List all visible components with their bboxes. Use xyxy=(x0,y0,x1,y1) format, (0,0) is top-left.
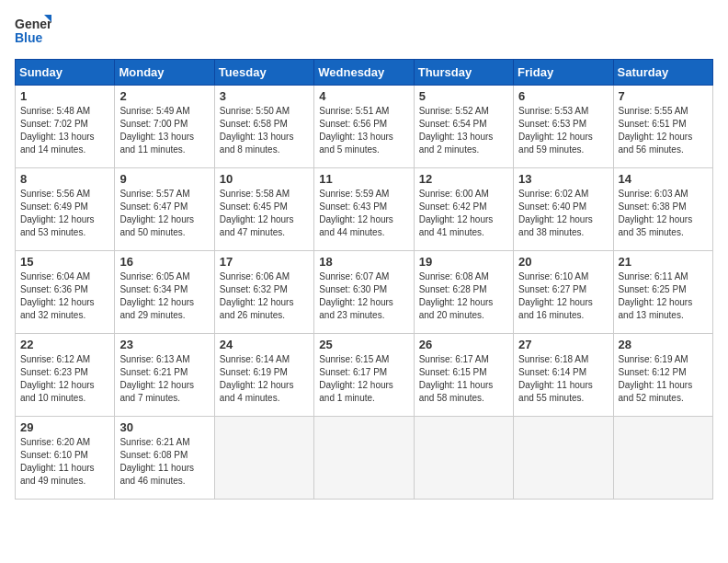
calendar-cell xyxy=(414,417,513,500)
day-number: 22 xyxy=(20,338,109,351)
day-info: Sunrise: 6:06 AM Sunset: 6:32 PM Dayligh… xyxy=(220,270,309,322)
col-header-saturday: Saturday xyxy=(613,60,712,86)
day-info: Sunrise: 5:48 AM Sunset: 7:02 PM Dayligh… xyxy=(20,105,109,156)
day-info: Sunrise: 6:12 AM Sunset: 6:23 PM Dayligh… xyxy=(20,353,109,405)
svg-text:Blue: Blue xyxy=(15,30,43,45)
calendar-cell: 25Sunrise: 6:15 AM Sunset: 6:17 PM Dayli… xyxy=(314,334,414,417)
calendar-cell: 15Sunrise: 6:04 AM Sunset: 6:36 PM Dayli… xyxy=(16,251,115,334)
day-info: Sunrise: 5:56 AM Sunset: 6:49 PM Dayligh… xyxy=(20,188,109,239)
calendar-cell: 24Sunrise: 6:14 AM Sunset: 6:19 PM Dayli… xyxy=(214,334,313,417)
calendar-cell: 20Sunrise: 6:10 AM Sunset: 6:27 PM Dayli… xyxy=(514,251,613,334)
day-number: 15 xyxy=(20,255,109,269)
day-number: 30 xyxy=(119,420,209,434)
day-info: Sunrise: 5:55 AM Sunset: 6:51 PM Dayligh… xyxy=(619,105,708,156)
logo: General Blue xyxy=(15,15,51,48)
day-number: 16 xyxy=(119,255,209,269)
day-info: Sunrise: 6:10 AM Sunset: 6:27 PM Dayligh… xyxy=(518,270,608,322)
calendar-cell: 9Sunrise: 5:57 AM Sunset: 6:47 PM Daylig… xyxy=(115,168,214,251)
calendar-cell xyxy=(214,417,313,500)
calendar-cell: 6Sunrise: 5:53 AM Sunset: 6:53 PM Daylig… xyxy=(514,86,613,168)
day-number: 2 xyxy=(119,89,209,103)
calendar-week-5: 29Sunrise: 6:20 AM Sunset: 6:10 PM Dayli… xyxy=(16,417,713,500)
col-header-wednesday: Wednesday xyxy=(314,60,414,86)
day-number: 9 xyxy=(119,172,209,186)
calendar-cell: 30Sunrise: 6:21 AM Sunset: 6:08 PM Dayli… xyxy=(115,417,214,500)
calendar-cell: 29Sunrise: 6:20 AM Sunset: 6:10 PM Dayli… xyxy=(16,417,115,500)
calendar-cell: 5Sunrise: 5:52 AM Sunset: 6:54 PM Daylig… xyxy=(414,86,513,168)
day-number: 3 xyxy=(220,89,309,103)
day-info: Sunrise: 5:51 AM Sunset: 6:56 PM Dayligh… xyxy=(319,105,408,156)
day-number: 17 xyxy=(220,255,309,269)
day-info: Sunrise: 6:15 AM Sunset: 6:17 PM Dayligh… xyxy=(319,353,408,405)
day-info: Sunrise: 5:53 AM Sunset: 6:53 PM Dayligh… xyxy=(518,105,608,156)
calendar-cell: 19Sunrise: 6:08 AM Sunset: 6:28 PM Dayli… xyxy=(414,251,513,334)
page-header: General Blue xyxy=(15,15,713,48)
day-number: 7 xyxy=(619,89,708,103)
day-info: Sunrise: 6:02 AM Sunset: 6:40 PM Dayligh… xyxy=(518,188,608,239)
day-info: Sunrise: 5:59 AM Sunset: 6:43 PM Dayligh… xyxy=(319,188,408,239)
calendar-table: SundayMondayTuesdayWednesdayThursdayFrid… xyxy=(15,59,713,500)
day-info: Sunrise: 6:11 AM Sunset: 6:25 PM Dayligh… xyxy=(619,270,708,322)
day-info: Sunrise: 5:52 AM Sunset: 6:54 PM Dayligh… xyxy=(419,105,508,156)
day-info: Sunrise: 5:58 AM Sunset: 6:45 PM Dayligh… xyxy=(220,188,309,239)
calendar-cell xyxy=(514,417,613,500)
day-number: 6 xyxy=(518,89,608,103)
calendar-week-1: 1Sunrise: 5:48 AM Sunset: 7:02 PM Daylig… xyxy=(16,86,713,168)
day-number: 5 xyxy=(419,89,508,103)
calendar-cell: 22Sunrise: 6:12 AM Sunset: 6:23 PM Dayli… xyxy=(16,334,115,417)
col-header-tuesday: Tuesday xyxy=(214,60,313,86)
calendar-cell xyxy=(314,417,414,500)
day-number: 12 xyxy=(419,172,508,186)
day-number: 8 xyxy=(20,172,109,186)
day-number: 23 xyxy=(119,338,209,351)
day-info: Sunrise: 6:00 AM Sunset: 6:42 PM Dayligh… xyxy=(419,188,508,239)
day-number: 29 xyxy=(20,420,109,434)
day-info: Sunrise: 6:21 AM Sunset: 6:08 PM Dayligh… xyxy=(119,436,209,488)
calendar-cell: 12Sunrise: 6:00 AM Sunset: 6:42 PM Dayli… xyxy=(414,168,513,251)
svg-text:General: General xyxy=(15,17,51,31)
day-number: 14 xyxy=(619,172,708,186)
calendar-cell: 2Sunrise: 5:49 AM Sunset: 7:00 PM Daylig… xyxy=(115,86,214,168)
day-info: Sunrise: 5:49 AM Sunset: 7:00 PM Dayligh… xyxy=(119,105,209,156)
day-info: Sunrise: 6:04 AM Sunset: 6:36 PM Dayligh… xyxy=(20,270,109,322)
calendar-week-4: 22Sunrise: 6:12 AM Sunset: 6:23 PM Dayli… xyxy=(16,334,713,417)
day-info: Sunrise: 6:14 AM Sunset: 6:19 PM Dayligh… xyxy=(220,353,309,405)
col-header-sunday: Sunday xyxy=(16,60,115,86)
calendar-cell: 11Sunrise: 5:59 AM Sunset: 6:43 PM Dayli… xyxy=(314,168,414,251)
day-info: Sunrise: 6:17 AM Sunset: 6:15 PM Dayligh… xyxy=(419,353,508,405)
calendar-cell: 21Sunrise: 6:11 AM Sunset: 6:25 PM Dayli… xyxy=(613,251,712,334)
day-number: 1 xyxy=(20,89,109,103)
day-number: 11 xyxy=(319,172,408,186)
day-number: 25 xyxy=(319,338,408,351)
calendar-cell: 4Sunrise: 5:51 AM Sunset: 6:56 PM Daylig… xyxy=(314,86,414,168)
day-number: 24 xyxy=(220,338,309,351)
day-info: Sunrise: 6:07 AM Sunset: 6:30 PM Dayligh… xyxy=(319,270,408,322)
day-info: Sunrise: 5:50 AM Sunset: 6:58 PM Dayligh… xyxy=(220,105,309,156)
day-info: Sunrise: 6:13 AM Sunset: 6:21 PM Dayligh… xyxy=(119,353,209,405)
calendar-cell: 3Sunrise: 5:50 AM Sunset: 6:58 PM Daylig… xyxy=(214,86,313,168)
day-number: 19 xyxy=(419,255,508,269)
col-header-monday: Monday xyxy=(115,60,214,86)
day-info: Sunrise: 6:18 AM Sunset: 6:14 PM Dayligh… xyxy=(518,353,608,405)
calendar-cell: 8Sunrise: 5:56 AM Sunset: 6:49 PM Daylig… xyxy=(16,168,115,251)
day-info: Sunrise: 6:03 AM Sunset: 6:38 PM Dayligh… xyxy=(619,188,708,239)
col-header-thursday: Thursday xyxy=(414,60,513,86)
day-info: Sunrise: 6:19 AM Sunset: 6:12 PM Dayligh… xyxy=(619,353,708,405)
day-number: 21 xyxy=(619,255,708,269)
day-info: Sunrise: 6:20 AM Sunset: 6:10 PM Dayligh… xyxy=(20,436,109,488)
calendar-week-2: 8Sunrise: 5:56 AM Sunset: 6:49 PM Daylig… xyxy=(16,168,713,251)
calendar-cell: 26Sunrise: 6:17 AM Sunset: 6:15 PM Dayli… xyxy=(414,334,513,417)
calendar-cell: 14Sunrise: 6:03 AM Sunset: 6:38 PM Dayli… xyxy=(613,168,712,251)
day-info: Sunrise: 6:08 AM Sunset: 6:28 PM Dayligh… xyxy=(419,270,508,322)
calendar-cell: 18Sunrise: 6:07 AM Sunset: 6:30 PM Dayli… xyxy=(314,251,414,334)
calendar-week-3: 15Sunrise: 6:04 AM Sunset: 6:36 PM Dayli… xyxy=(16,251,713,334)
day-number: 27 xyxy=(518,338,608,351)
day-info: Sunrise: 6:05 AM Sunset: 6:34 PM Dayligh… xyxy=(119,270,209,322)
calendar-cell: 28Sunrise: 6:19 AM Sunset: 6:12 PM Dayli… xyxy=(613,334,712,417)
calendar-cell: 1Sunrise: 5:48 AM Sunset: 7:02 PM Daylig… xyxy=(16,86,115,168)
day-number: 10 xyxy=(220,172,309,186)
day-number: 4 xyxy=(319,89,408,103)
day-number: 28 xyxy=(619,338,708,351)
day-number: 13 xyxy=(518,172,608,186)
day-number: 26 xyxy=(419,338,508,351)
